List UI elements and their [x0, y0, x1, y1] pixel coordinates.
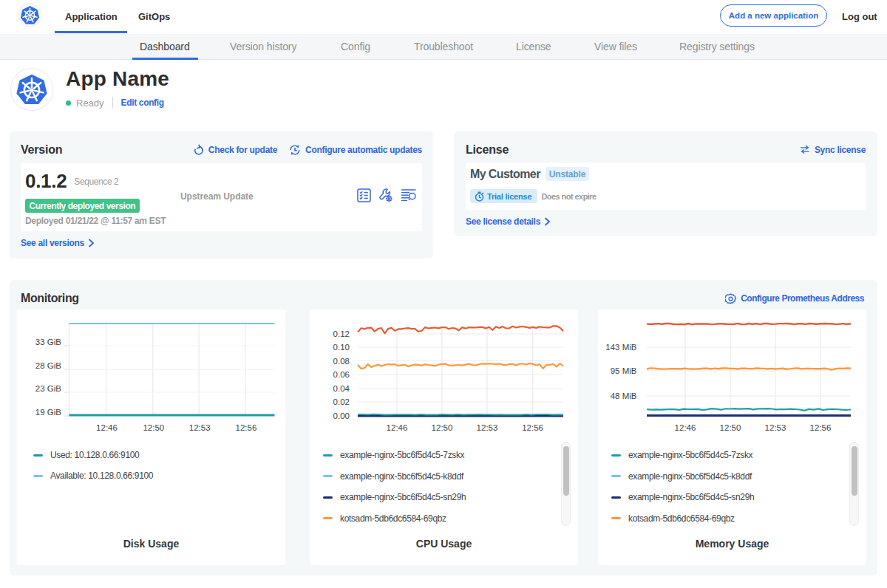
svg-text:12:46: 12:46	[675, 423, 696, 432]
svg-text:0.12: 0.12	[333, 329, 350, 338]
svg-text:12:50: 12:50	[143, 423, 164, 432]
svg-text:95 MiB: 95 MiB	[611, 366, 637, 375]
svg-text:0.00: 0.00	[333, 411, 350, 420]
svg-text:12:56: 12:56	[236, 423, 257, 432]
svg-text:0.06: 0.06	[333, 370, 350, 379]
svg-text:143 MiB: 143 MiB	[605, 343, 637, 352]
svg-text:12:56: 12:56	[522, 423, 543, 432]
svg-text:33 GiB: 33 GiB	[35, 338, 61, 346]
svg-text:12:53: 12:53	[765, 423, 786, 432]
svg-text:0.08: 0.08	[333, 357, 350, 366]
svg-text:23 GiB: 23 GiB	[35, 384, 61, 393]
svg-text:48 MiB: 48 MiB	[611, 392, 637, 400]
svg-text:12:46: 12:46	[96, 423, 118, 432]
svg-text:0.04: 0.04	[333, 384, 350, 393]
svg-text:12:46: 12:46	[387, 423, 408, 432]
svg-text:12:56: 12:56	[810, 423, 832, 432]
svg-text:0.02: 0.02	[333, 397, 350, 406]
svg-text:0.10: 0.10	[333, 343, 350, 352]
svg-text:12:53: 12:53	[189, 423, 211, 432]
svg-text:19 GiB: 19 GiB	[35, 408, 61, 417]
svg-text:12:50: 12:50	[432, 423, 453, 432]
svg-text:12:50: 12:50	[720, 423, 741, 432]
svg-text:28 GiB: 28 GiB	[35, 361, 61, 370]
svg-text:12:53: 12:53	[477, 423, 498, 432]
